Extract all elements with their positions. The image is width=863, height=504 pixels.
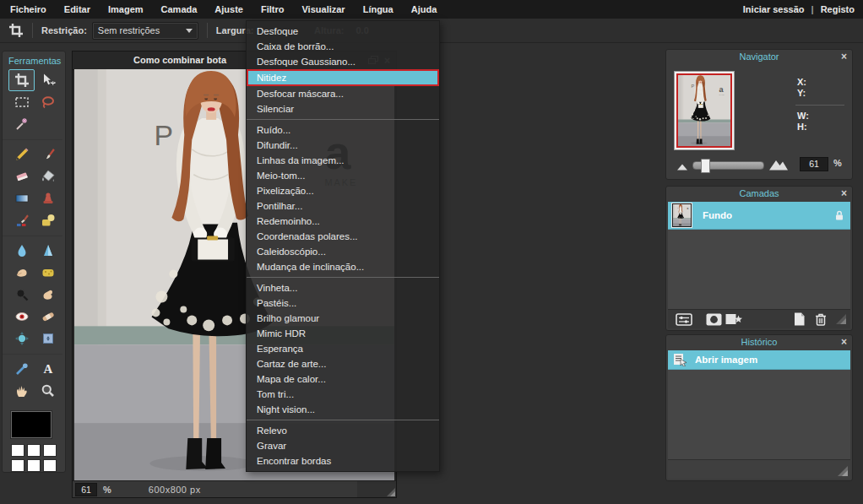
filter-item-encontrar-bordas[interactable]: Encontrar bordas	[247, 453, 439, 469]
swatch-0[interactable]	[11, 444, 24, 457]
zoom-out-triangle-icon[interactable]	[676, 163, 688, 171]
lock-icon[interactable]	[834, 210, 844, 221]
filter-item-vinheta[interactable]: Vinheta...	[247, 280, 439, 295]
marquee-tool[interactable]	[8, 91, 35, 113]
navigator-zoom-value[interactable]: 61	[800, 157, 828, 171]
layer-styles-icon[interactable]	[725, 312, 743, 326]
filter-item-tom-tri[interactable]: Tom tri...	[247, 387, 439, 402]
filter-item-ru-do[interactable]: Ruído...	[247, 122, 439, 138]
filter-item-caixa-de-borr-o[interactable]: Caixa de borrão...	[247, 39, 439, 54]
menu-ajuste[interactable]: Ajuste	[214, 4, 243, 14]
swatch-4[interactable]	[27, 459, 41, 472]
menu-filtro[interactable]: Filtro	[261, 4, 285, 14]
menu-camada[interactable]: Camada	[161, 4, 198, 14]
picker-tool[interactable]	[8, 358, 35, 380]
filter-item-gravar[interactable]: Gravar	[247, 438, 439, 453]
fill-tool[interactable]	[35, 165, 61, 187]
filter-item-pixeliza-o[interactable]: Pixelização...	[247, 183, 439, 198]
new-layer-icon[interactable]	[793, 312, 805, 326]
history-step-open-image[interactable]: Abrir imagem	[668, 350, 850, 370]
filter-item-desfoque-gaussiano[interactable]: Desfoque Gaussiano...	[247, 54, 439, 69]
menu-separator	[247, 420, 439, 420]
bloat-tool[interactable]	[8, 328, 35, 350]
zoom-slider-handle[interactable]	[701, 159, 710, 173]
restriction-select[interactable]: Sem restrições	[92, 22, 198, 40]
move-tool[interactable]	[35, 69, 61, 91]
close-icon[interactable]: ×	[841, 335, 847, 350]
swatch-2[interactable]	[43, 444, 57, 457]
resize-grip-icon[interactable]	[387, 488, 395, 496]
close-icon[interactable]: ×	[841, 50, 847, 64]
filter-item-mudan-a-de-inclina-o[interactable]: Mudança de inclinação...	[247, 259, 439, 274]
tool-group	[3, 139, 62, 234]
pinch-tool[interactable]	[35, 328, 61, 350]
gradient-tool[interactable]	[8, 187, 35, 209]
filter-item-pontilhar[interactable]: Pontilhar...	[247, 198, 439, 214]
delete-layer-icon[interactable]	[815, 312, 827, 326]
menu-editar[interactable]: Editar	[64, 4, 90, 14]
filter-item-redemoinho[interactable]: Redemoinho...	[247, 214, 439, 229]
dodge-tool[interactable]	[8, 284, 35, 306]
resize-grip-icon[interactable]	[836, 314, 846, 324]
menu-visualizar[interactable]: Visualizar	[301, 4, 345, 14]
filter-item-coordenadas-polares[interactable]: Coordenadas polares...	[247, 229, 439, 244]
filter-item-meio-tom[interactable]: Meio-tom...	[247, 168, 439, 183]
filter-item-cartaz-de-arte[interactable]: Cartaz de arte...	[247, 356, 439, 371]
swatch-1[interactable]	[27, 444, 41, 457]
filter-item-mimic-hdr[interactable]: Mimic HDR	[247, 326, 439, 341]
burn-tool[interactable]	[35, 284, 61, 306]
foreground-color-swatch[interactable]	[11, 411, 52, 438]
eraser-tool[interactable]	[8, 165, 35, 187]
zoom-slider[interactable]	[692, 161, 764, 170]
close-icon[interactable]: ×	[841, 187, 847, 201]
filter-item-past-is[interactable]: Pastéis...	[247, 295, 439, 311]
type-tool[interactable]: A	[35, 358, 61, 380]
zoom-tool[interactable]	[35, 380, 61, 402]
filter-item-mapa-de-calor[interactable]: Mapa de calor...	[247, 371, 439, 387]
filter-item-desfocar-m-scara[interactable]: Desfocar máscara...	[247, 86, 439, 101]
swatch-5[interactable]	[43, 459, 57, 472]
draw-tool[interactable]	[35, 209, 61, 231]
filter-item-esperan-a[interactable]: Esperança	[247, 341, 439, 356]
filter-item-brilho-glamour[interactable]: Brilho glamour	[247, 311, 439, 326]
stamp-tool[interactable]	[35, 187, 61, 209]
heal-tool[interactable]	[35, 306, 61, 328]
redeye-tool[interactable]	[8, 306, 35, 328]
filter-item-linhas-da-imagem[interactable]: Linhas da imagem...	[247, 153, 439, 168]
menu-l-ngua[interactable]: Língua	[363, 4, 394, 14]
brush-tool[interactable]	[35, 144, 61, 165]
smudge-tool[interactable]	[8, 262, 35, 284]
lasso-tool[interactable]	[35, 91, 61, 113]
resize-grip-icon[interactable]	[838, 466, 848, 476]
filter-item-nitidez[interactable]: Nitidez	[247, 69, 439, 86]
navigator-thumbnail[interactable]: P a MAKE	[674, 71, 735, 150]
filter-item-night-vision[interactable]: Night vision...	[247, 402, 439, 417]
sponge-tool[interactable]	[35, 262, 61, 284]
history-step-label: Abrir imagem	[695, 355, 757, 365]
filter-item-silenciar[interactable]: Silenciar	[247, 101, 439, 117]
layer-row-fundo[interactable]: P a MAKE Fundo	[668, 202, 850, 230]
zoom-value-box[interactable]: 61	[75, 483, 97, 496]
pencil-tool[interactable]	[8, 144, 35, 165]
blur-tool[interactable]	[8, 240, 35, 262]
filter-item-caleidosc-pio[interactable]: Caleidoscópio...	[247, 244, 439, 259]
menu-ficheiro[interactable]: Ficheiro	[10, 4, 46, 14]
wand-tool[interactable]	[8, 113, 35, 135]
filter-item-difundir[interactable]: Difundir...	[247, 138, 439, 153]
menu-imagem[interactable]: Imagem	[108, 4, 144, 14]
sharpen-tool[interactable]	[35, 240, 61, 262]
percent-label: %	[103, 485, 111, 495]
filter-item-desfoque[interactable]: Desfoque	[247, 24, 439, 39]
crop-tool[interactable]	[8, 69, 35, 91]
menu-ajuda[interactable]: Ajuda	[411, 4, 437, 14]
swatch-3[interactable]	[11, 459, 24, 472]
zoom-in-triangle-icon[interactable]	[768, 158, 789, 171]
register-link[interactable]: Registo	[821, 4, 855, 14]
signin-link[interactable]: Iniciar sessão	[743, 4, 805, 14]
layer-settings-icon[interactable]	[676, 313, 692, 326]
colorreplace-tool[interactable]	[8, 209, 35, 231]
layer-mask-icon[interactable]	[706, 313, 722, 326]
filter-item-relevo[interactable]: Relevo	[247, 423, 439, 438]
hand-tool[interactable]	[8, 380, 35, 402]
svg-text:P: P	[155, 119, 174, 151]
